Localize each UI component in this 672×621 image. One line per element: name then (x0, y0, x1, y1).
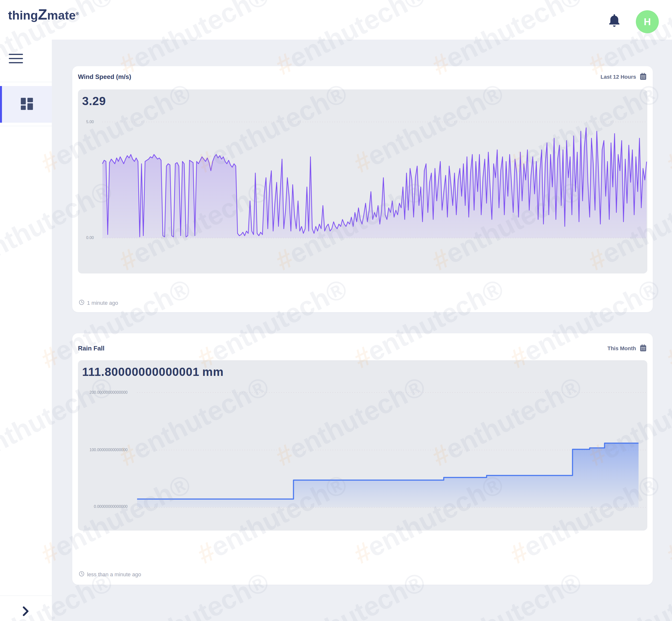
rain-y-tick-0: 0.00000000000000 (78, 504, 128, 509)
sidebar (0, 40, 52, 621)
rain-card-title: Rain Fall (78, 344, 104, 352)
rain-y-tick-100: 100.00000000000000 (78, 448, 128, 452)
wind-y-tick-max: 5.00 (78, 120, 94, 124)
wind-chart (78, 89, 647, 274)
watermark: #enthutech® (662, 273, 672, 374)
wind-card-footer: 1 minute ago (79, 299, 118, 307)
calendar-icon (639, 73, 647, 81)
clock-icon (79, 299, 85, 307)
user-avatar[interactable]: H (636, 10, 659, 33)
hamburger-menu-button[interactable] (9, 54, 23, 65)
wind-chart-panel: 3.29 5.00 0.00 (78, 89, 647, 274)
clock-icon (79, 571, 85, 578)
wind-current-value: 3.29 (82, 94, 106, 108)
notifications-button[interactable] (606, 13, 622, 30)
rain-y-tick-200: 200.00000000000000 (78, 390, 128, 395)
rain-value-unit: mm (202, 365, 223, 378)
avatar-initial: H (644, 16, 651, 27)
calendar-icon (639, 344, 647, 353)
rain-card-footer: less than a minute ago (79, 571, 141, 578)
wind-y-tick-min: 0.00 (78, 236, 94, 240)
logo-text-prefix: thing (8, 8, 38, 22)
rain-range-label: This Month (607, 345, 636, 352)
wind-range-selector[interactable]: Last 12 Hours (601, 73, 647, 81)
rain-fall-card: Rain Fall This Month 111.80000000000001m… (72, 333, 653, 585)
sidebar-collapse-button[interactable] (17, 604, 34, 619)
rain-chart (78, 360, 647, 531)
watermark: #enthutech® (662, 77, 672, 179)
rain-range-selector[interactable]: This Month (607, 344, 647, 353)
watermark: #enthutech® (662, 468, 672, 570)
wind-range-label: Last 12 Hours (601, 74, 636, 80)
app-header: thingZmate® H (0, 0, 672, 40)
logo-registered-mark: ® (76, 11, 79, 16)
wind-speed-card: Wind Speed (m/s) Last 12 Hours 3.29 5.00… (72, 66, 653, 312)
wind-updated-text: 1 minute ago (87, 300, 118, 306)
logo-text-z: Z (38, 6, 47, 23)
sidebar-item-dashboard[interactable] (0, 86, 52, 123)
sidebar-divider (0, 595, 52, 596)
dashboard-icon (20, 97, 34, 112)
bell-icon (607, 26, 621, 30)
rain-updated-text: less than a minute ago (87, 571, 141, 578)
rain-current-value: 111.80000000000001mm (82, 365, 223, 379)
wind-card-title: Wind Speed (m/s) (78, 73, 131, 81)
chevron-right-icon (21, 614, 31, 617)
logo-text-suffix: mate (47, 8, 76, 22)
hamburger-icon (9, 54, 23, 63)
app-logo[interactable]: thingZmate® (8, 8, 79, 23)
rain-chart-panel: 111.80000000000001mm 200.00000000000000 … (78, 360, 647, 531)
